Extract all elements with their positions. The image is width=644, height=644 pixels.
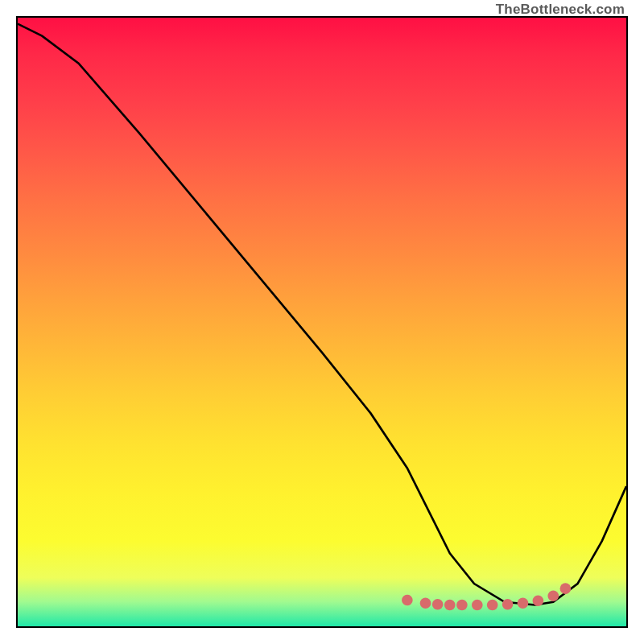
marker-dot	[502, 599, 514, 610]
watermark-text: TheBottleneck.com	[496, 2, 625, 18]
marker-dot	[533, 595, 544, 606]
marker-dots	[402, 583, 571, 610]
bottleneck-curve	[18, 24, 626, 605]
chart-container: TheBottleneck.com	[0, 0, 644, 644]
marker-dot	[432, 599, 444, 610]
curve-svg	[18, 18, 626, 626]
marker-dot	[518, 597, 529, 609]
marker-dot	[402, 595, 413, 606]
marker-dot	[420, 597, 431, 609]
marker-dot	[547, 590, 559, 601]
marker-dot	[487, 600, 498, 611]
marker-dot	[560, 583, 572, 594]
plot-area	[16, 16, 628, 628]
marker-dot	[472, 600, 483, 611]
marker-dot	[444, 600, 456, 611]
marker-dot	[456, 600, 468, 611]
